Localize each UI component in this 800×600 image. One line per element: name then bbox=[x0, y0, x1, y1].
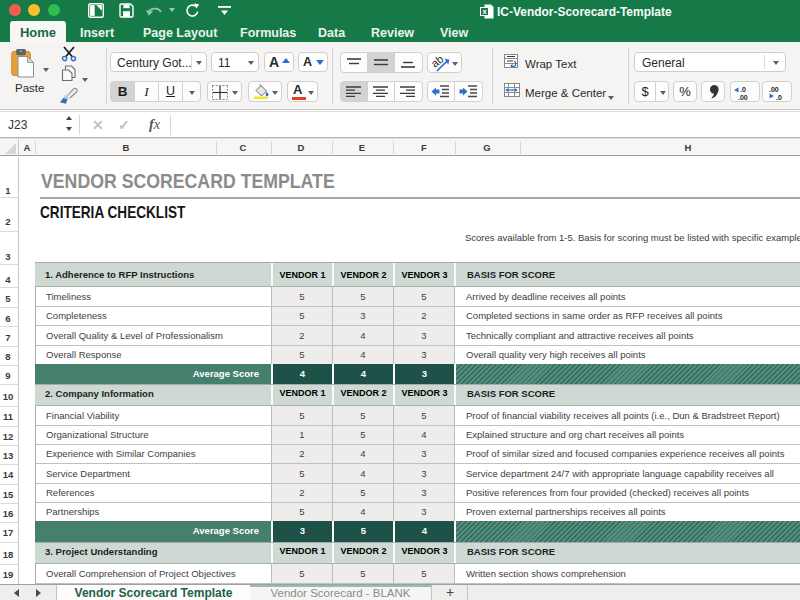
svg-text:.00: .00 bbox=[738, 94, 748, 101]
svg-text:.0: .0 bbox=[776, 94, 782, 101]
svg-text:.00: .00 bbox=[769, 86, 779, 93]
svg-text:.0: .0 bbox=[740, 86, 746, 93]
